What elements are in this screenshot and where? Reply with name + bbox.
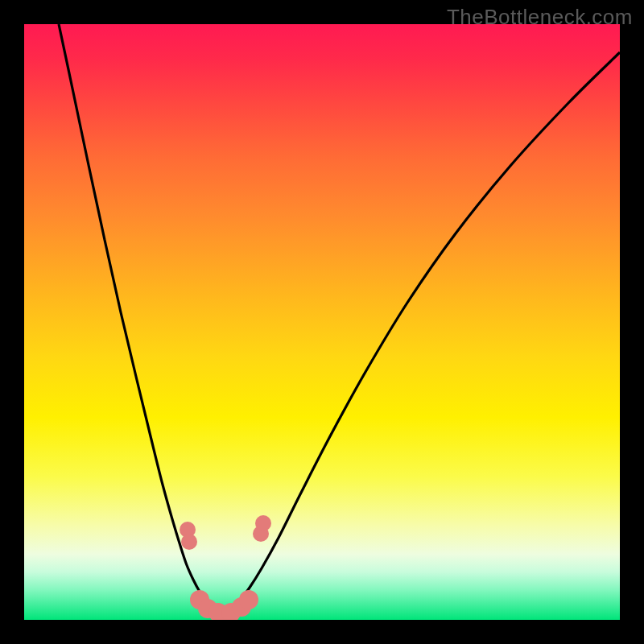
gradient-panel: [24, 24, 620, 620]
watermark-text: TheBottleneck.com: [447, 5, 633, 30]
chart-stage: TheBottleneck.com: [0, 0, 644, 644]
